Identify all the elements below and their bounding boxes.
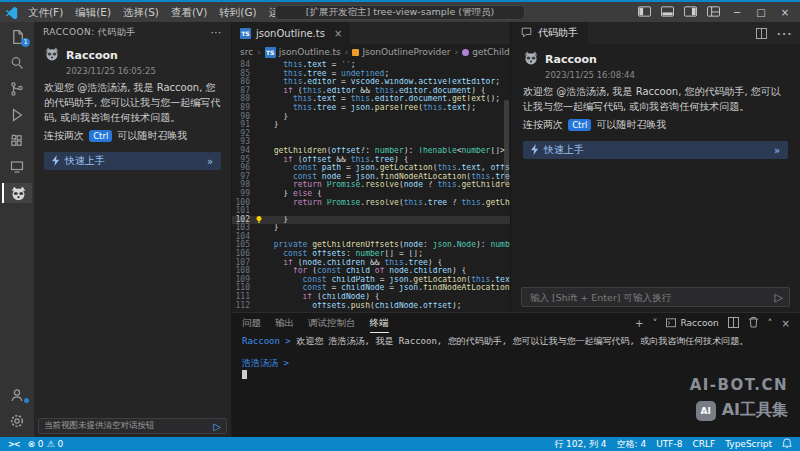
raccoon-avatar <box>44 46 60 64</box>
menu-view[interactable]: 查看(V) <box>165 2 213 22</box>
chat-input[interactable] <box>528 291 770 304</box>
watermark-name: AI工具集 <box>722 400 788 421</box>
toggle-secondary-sidebar-icon[interactable] <box>684 6 697 19</box>
toggle-panel-icon[interactable] <box>661 6 674 19</box>
raccoon-extension-icon[interactable] <box>2 183 32 203</box>
method-symbol-icon <box>462 49 469 56</box>
source-control-icon[interactable] <box>2 79 32 99</box>
tab-label: jsonOutline.ts <box>256 28 325 39</box>
tab-debug-console[interactable]: 调试控制台 <box>308 313 356 333</box>
remote-indicator-icon[interactable]: >< <box>8 440 19 449</box>
activity-bar: 1 <box>0 22 34 437</box>
toggle-sidebar-icon[interactable] <box>638 6 651 19</box>
notifications-bell-icon[interactable] <box>782 438 792 451</box>
tab-jsonoutline[interactable]: TS jsonOutline.ts × <box>232 22 351 44</box>
quick-start-button[interactable]: 快速上手 » <box>523 141 788 159</box>
extensions-icon[interactable] <box>2 131 32 151</box>
close-panel-icon[interactable]: × <box>782 318 790 329</box>
send-icon[interactable]: ▷ <box>775 291 783 304</box>
settings-gear-icon[interactable] <box>2 411 32 431</box>
breadcrumb-separator: › <box>345 47 349 57</box>
raccoon-avatar <box>523 50 539 68</box>
tab-close-icon[interactable]: × <box>334 28 342 39</box>
editor-area: TS jsonOutline.ts × src › TSjsonOutline.… <box>232 22 800 312</box>
maximize-button[interactable]: □ <box>754 7 768 18</box>
split-editor-icon[interactable] <box>756 24 767 43</box>
cursor-position-status[interactable]: 行 102, 列 4 <box>554 438 606 451</box>
welcome-message: 欢迎您 @浩浩汤汤, 我是 Raccoon, 您的代码助手, 您可以让我与您一起… <box>523 84 788 114</box>
more-actions-icon[interactable]: ⋯ <box>211 26 222 39</box>
customize-layout-icon[interactable] <box>707 6 720 19</box>
run-debug-icon[interactable] <box>2 105 32 125</box>
chat-header: Raccoon <box>44 46 221 64</box>
editor-scrollbar[interactable] <box>504 100 509 185</box>
tab-assistant[interactable]: 代码助手 <box>511 22 588 44</box>
error-count: 0 <box>38 439 44 449</box>
hint-suffix: 可以随时召唤我 <box>118 130 188 141</box>
sidebar-raccoon-panel: RACCOON: 代码助手 ⋯ Raccoon 2023/11/25 16:05… <box>34 22 232 437</box>
terminal-dropdown-icon[interactable]: ˅ <box>652 318 657 329</box>
hint-suffix: 可以随时召唤我 <box>597 119 667 130</box>
window-controls: ─ □ × <box>638 6 800 19</box>
chat-header: Raccoon <box>523 50 788 68</box>
indentation-status[interactable]: 空格: 4 <box>617 438 647 451</box>
panel-tab-bar: 问题 输出 调试控制台 终端 + ˅ Raccoon ˄ × <box>232 313 800 333</box>
sidebar-header: RACCOON: 代码助手 ⋯ <box>34 22 231 42</box>
menu-edit[interactable]: 编辑(E) <box>69 2 117 22</box>
sidebar-title: RACCOON: 代码助手 <box>43 26 135 39</box>
tab-problems[interactable]: 问题 <box>242 313 261 333</box>
assistant-panel: 代码助手 ⋯ Raccoon <box>510 22 800 312</box>
eol-status[interactable]: CRLF <box>692 439 715 449</box>
footer-note-text: 当前视图未提供清空对话按钮 <box>44 420 155 432</box>
terminal-instance[interactable]: Raccoon <box>666 318 718 328</box>
code-editor[interactable]: 84 this.text = '';85 this.tree = undefin… <box>232 60 510 312</box>
close-button[interactable]: × <box>778 7 792 18</box>
chat-timestamp: 2023/11/25 16:08:44 <box>545 70 788 80</box>
ctrl-key-badge: Ctrl <box>89 130 112 142</box>
sidebar-footer-note[interactable]: 当前视图未提供清空对话按钮 ▷ <box>38 418 227 434</box>
bolt-icon <box>52 155 60 168</box>
watermark-logo-icon: AI <box>696 401 716 421</box>
maximize-panel-icon[interactable]: ˄ <box>768 318 773 329</box>
tab-output[interactable]: 输出 <box>275 313 294 333</box>
breadcrumb: src › TSjsonOutline.ts › JsonOutlineProv… <box>232 44 510 60</box>
account-icon[interactable] <box>2 385 32 405</box>
breadcrumb-src[interactable]: src <box>240 47 253 57</box>
send-icon[interactable]: ▷ <box>213 421 221 432</box>
ctrl-hint: 连按两次 Ctrl 可以随时召唤我 <box>44 128 221 144</box>
search-icon[interactable] <box>2 53 32 73</box>
status-right: 行 102, 列 4 空格: 4 UTF-8 CRLF TypeScript <box>554 438 792 451</box>
language-mode-status[interactable]: TypeScript <box>725 439 772 449</box>
command-center[interactable]: [扩展开发宿主] tree-view-sample (管理员) <box>275 5 525 20</box>
minimize-button[interactable]: ─ <box>730 7 744 18</box>
menu-file[interactable]: 文件(F) <box>22 2 69 22</box>
quick-start-label: 快速上手 <box>65 154 105 168</box>
assistant-bar-actions: ⋯ <box>756 24 800 43</box>
chat-welcome-right: Raccoon 2023/11/25 16:08:44 欢迎您 @浩浩汤汤, 我… <box>511 44 800 312</box>
breadcrumb-separator: › <box>257 47 261 57</box>
more-actions-icon[interactable]: ⋯ <box>776 24 792 43</box>
terminal-blank-line <box>242 347 790 358</box>
encoding-status[interactable]: UTF-8 <box>656 439 682 449</box>
bolt-icon <box>531 144 539 157</box>
editor-group-code: TS jsonOutline.ts × src › TSjsonOutline.… <box>232 22 510 312</box>
kill-terminal-icon[interactable] <box>748 316 759 330</box>
terminal-prompt: 浩浩汤汤 > <box>242 358 289 368</box>
breadcrumb-file[interactable]: TSjsonOutline.ts <box>265 47 341 58</box>
split-terminal-icon[interactable] <box>728 317 739 330</box>
watermark-title: AI-BOT.CN <box>690 376 788 394</box>
remote-explorer-icon[interactable] <box>2 157 32 177</box>
explorer-icon[interactable]: 1 <box>2 27 32 47</box>
problems-status[interactable]: ⊗ 0 ⚠ 0 <box>27 439 63 449</box>
new-terminal-icon[interactable]: + <box>635 318 643 329</box>
tab-terminal[interactable]: 终端 <box>370 313 389 333</box>
quick-start-button[interactable]: 快速上手 » <box>44 152 221 170</box>
vscode-logo-icon <box>0 6 22 19</box>
breadcrumb-class[interactable]: JsonOutlineProvider <box>352 47 450 57</box>
assistant-tab-bar: 代码助手 ⋯ <box>511 22 800 44</box>
menu-selection[interactable]: 选择(S) <box>117 2 165 22</box>
menu-go[interactable]: 转到(G) <box>213 2 262 22</box>
window-title: [扩展开发宿主] tree-view-sample (管理员) <box>306 6 495 19</box>
hint-prefix: 连按两次 <box>523 119 563 130</box>
assistant-name: Raccoon <box>545 53 597 66</box>
